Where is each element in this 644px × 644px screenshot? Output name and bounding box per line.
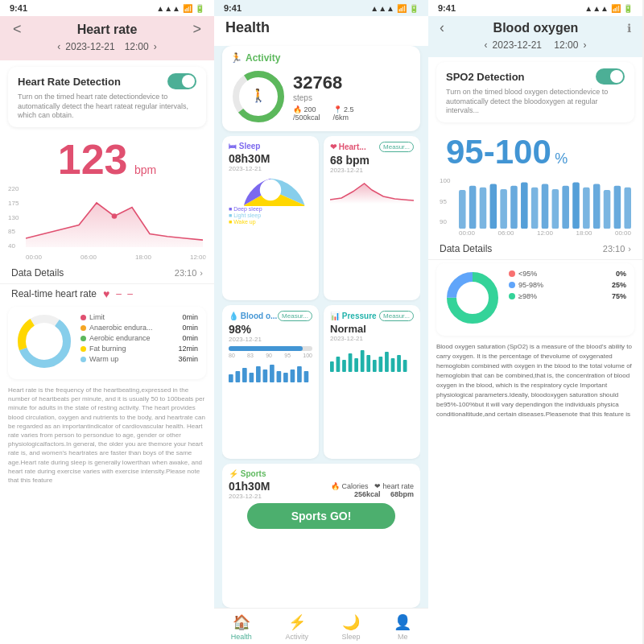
activity-label: Activity — [246, 52, 280, 64]
svg-point-1 — [112, 213, 118, 219]
heart-tile-date: 2023-12-21 — [330, 167, 414, 174]
svg-rect-31 — [385, 352, 389, 372]
time-3: 9:41 — [438, 3, 456, 13]
status-icons-2: ▲▲▲ 📶 🔋 — [370, 4, 419, 13]
sleep-tile[interactable]: 🛏 Sleep 08h30M 2023-12-21 ■ Deep sleep ■… — [222, 136, 319, 300]
heart-measure-btn[interactable]: Measur... — [379, 142, 414, 152]
svg-rect-46 — [572, 182, 580, 229]
svg-point-8 — [260, 180, 281, 200]
svg-rect-34 — [403, 360, 407, 372]
spo2-text: Turn on the timed blood oxygen detection… — [446, 88, 625, 116]
svg-rect-50 — [614, 186, 621, 229]
realtime-label: Real-time heart rate — [11, 288, 97, 299]
nav-health[interactable]: 🏠 Health — [231, 613, 252, 641]
activity-icon: 🏃 — [230, 52, 242, 64]
svg-rect-36 — [469, 186, 477, 229]
zone-anaerobic: Anaerobic endura... 0min — [80, 324, 198, 332]
heart-tile[interactable]: ❤ Heart... Measur... 68 bpm 2023-12-21 — [324, 136, 420, 300]
activity-header: 🏃 Activity — [230, 52, 412, 64]
sports-title: ⚡ Sports — [229, 469, 266, 478]
sleep-date: 2023-12-21 — [229, 165, 312, 172]
svg-rect-16 — [270, 365, 275, 382]
signal-icon-2: ▲▲▲ — [370, 4, 394, 13]
svg-rect-51 — [624, 188, 631, 229]
blood-mini-chart — [229, 360, 312, 384]
svg-rect-33 — [397, 355, 401, 372]
phone-heart-rate: 9:41 ▲▲▲ 📶 🔋 < Heart rate > ‹ 2023-12-21… — [0, 0, 214, 644]
legend-95-98: 95-98% 25% — [509, 281, 626, 289]
pressure-tile[interactable]: 📊 Pressure Measur... Normal 2023-12-21 — [324, 305, 420, 460]
p3-date-display: ‹ 2023-12-21 12:00 › — [440, 39, 631, 51]
svg-rect-26 — [354, 358, 358, 372]
forward-arrow[interactable]: > — [192, 21, 201, 38]
status-bar-3: 9:41 ▲▲▲ 📶 🔋 — [428, 0, 642, 16]
svg-marker-0 — [26, 203, 203, 247]
spo2-toggle[interactable] — [596, 68, 625, 85]
pressure-measure-btn[interactable]: Measur... — [379, 311, 414, 321]
header-nav: < Heart rate > — [13, 21, 201, 38]
data-details-row[interactable]: Data Details 23:10 › — [0, 262, 214, 284]
blood-tile-title: 💧 Blood o... — [229, 312, 277, 320]
svg-rect-41 — [521, 182, 528, 229]
calories-unit: /500kcal — [293, 114, 320, 122]
sports-tile: ⚡ Sports 01h30M 2023-12-21 🔥 Calories ❤ … — [222, 464, 420, 608]
data-details-label: Data Details — [11, 267, 64, 279]
zone-warmup: Warm up 36min — [80, 355, 198, 363]
svg-rect-49 — [604, 190, 611, 229]
svg-rect-45 — [562, 186, 569, 229]
p3-description: Blood oxygen saturation (SpO2) is a meas… — [436, 342, 634, 419]
p3-nav-right[interactable]: › — [583, 39, 586, 51]
nav-sleep[interactable]: 🌙 Sleep — [342, 613, 361, 641]
blood-oxygen-header: ‹ Blood oxygen ℹ ‹ 2023-12-21 12:00 › — [428, 16, 642, 57]
battery-icon: 🔋 — [195, 4, 204, 13]
sports-calories-label: Calories — [341, 482, 368, 490]
svg-rect-28 — [366, 355, 370, 372]
svg-text:🚶: 🚶 — [250, 88, 266, 103]
p3-nav-left[interactable]: ‹ — [485, 39, 488, 51]
me-nav-label: Me — [398, 633, 408, 641]
svg-rect-44 — [552, 189, 559, 229]
nav-me[interactable]: 👤 Me — [394, 613, 411, 641]
heart-rate-line-chart — [26, 185, 203, 247]
blood-bar-track: 80839095100 — [229, 346, 312, 358]
chevron-right-icon: › — [200, 268, 203, 278]
distance-stat: 📍 2.5 /6km — [333, 105, 354, 122]
heart-icon: ♥ — [103, 287, 109, 300]
back-arrow[interactable]: < — [13, 21, 22, 38]
phone-health: 9:41 ▲▲▲ 📶 🔋 Health 🏃 Activity 🚶 32768 — [214, 0, 428, 644]
p3-chevron: › — [628, 244, 631, 254]
svg-rect-29 — [373, 360, 377, 372]
bottom-nav: 🏠 Health ⚡ Activity 🌙 Sleep 👤 Me — [214, 608, 428, 644]
blood-measure-btn[interactable]: Measur... — [278, 311, 312, 321]
health-nav-label: Health — [231, 633, 252, 641]
status-icons-1: ▲▲▲ 📶 🔋 — [156, 4, 204, 13]
nav-left-date[interactable]: ‹ — [57, 41, 60, 52]
activity-nav-icon: ⚡ — [288, 613, 306, 631]
info-icon[interactable]: ℹ — [627, 22, 631, 35]
svg-rect-25 — [349, 353, 353, 372]
p3-data-details[interactable]: Data Details 23:10 › — [428, 238, 642, 260]
data-details-right: 23:10 › — [175, 268, 203, 278]
sports-go-button[interactable]: Sports GO! — [247, 503, 395, 529]
svg-rect-23 — [336, 357, 341, 372]
time-2: 9:41 — [224, 3, 242, 13]
blood-tile-date: 2023-12-21 — [229, 336, 312, 343]
nav-right-date[interactable]: › — [154, 41, 157, 52]
svg-rect-38 — [490, 184, 497, 229]
me-nav-icon: 👤 — [394, 613, 411, 631]
health-title: Health — [225, 19, 417, 36]
blood-tile[interactable]: 💧 Blood o... Measur... 98% 2023-12-21 80… — [222, 305, 319, 460]
p3-title: Blood oxygen — [444, 21, 627, 35]
heart-tile-value: 68 bpm — [330, 154, 414, 167]
activity-stats: 🔥 200 /500kcal 📍 2.5 /6km — [293, 105, 412, 122]
phone-blood-oxygen: 9:41 ▲▲▲ 📶 🔋 ‹ Blood oxygen ℹ ‹ 2023-12-… — [428, 0, 642, 644]
legend-below95: <95% 0% — [509, 270, 626, 278]
sleep-value: 08h30M — [229, 152, 312, 165]
nav-activity[interactable]: ⚡ Activity — [285, 613, 308, 641]
svg-rect-11 — [236, 371, 241, 382]
page-title: Heart rate — [22, 23, 193, 37]
activity-body: 🚶 32768 steps 🔥 200 /500kcal 📍 2.5 /6km — [230, 68, 412, 125]
spo2-big-value: 95-100 — [446, 133, 551, 171]
heart-tile-title: ❤ Heart... — [330, 142, 366, 151]
detection-toggle[interactable] — [167, 73, 196, 89]
